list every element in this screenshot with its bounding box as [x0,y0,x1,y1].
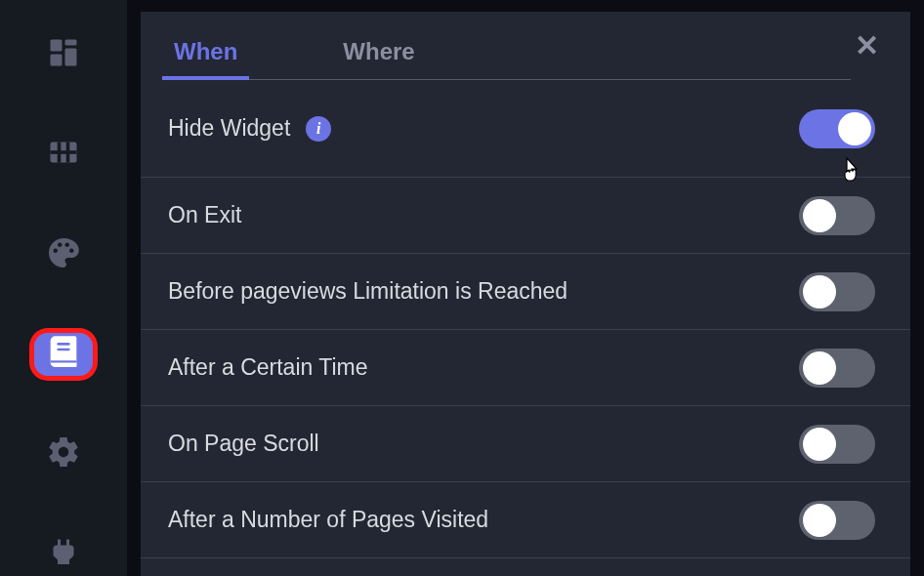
tab-where[interactable]: Where [337,38,420,79]
sidebar [0,0,127,576]
plug-icon [46,535,81,574]
row-label: On Page Scroll [168,431,319,457]
row-hide-widget: Hide Widget i [141,80,910,178]
row-label: Hide Widget [168,115,290,142]
row-label: Before pageviews Limitation is Reached [168,278,567,305]
sidebar-item-dashboard[interactable] [34,33,93,76]
toggle-after-pages[interactable] [799,501,875,540]
row-pageviews-limit: Before pageviews Limitation is Reached [141,254,910,330]
toggle-hide-widget[interactable] [799,109,875,148]
svg-rect-8 [57,343,69,346]
close-icon: ✕ [855,29,879,62]
svg-rect-1 [65,40,77,46]
info-icon[interactable]: i [306,116,331,142]
toggle-on-exit[interactable] [799,196,875,235]
row-after-pages: After a Number of Pages Visited [141,482,910,558]
settings-rows: Hide Widget i On Exit Before pageviews L… [141,80,910,558]
table-icon [46,135,81,174]
sidebar-item-palette[interactable] [34,233,93,276]
toggle-pageviews-limit[interactable] [799,272,875,311]
toggle-on-scroll[interactable] [799,425,875,464]
palette-icon [46,235,81,274]
row-label: On Exit [168,202,241,228]
close-button[interactable]: ✕ [851,28,883,80]
row-after-time: After a Certain Time [141,330,910,406]
toggle-after-time[interactable] [799,349,875,388]
book-icon [44,333,83,376]
tabs: When Where [168,12,851,80]
tabs-row: When Where ✕ [141,12,910,80]
sidebar-item-settings[interactable] [34,432,93,475]
tab-when[interactable]: When [168,38,243,79]
row-on-exit: On Exit [141,178,910,254]
sidebar-item-plugin[interactable] [34,533,93,576]
row-on-scroll: On Page Scroll [141,406,910,482]
sidebar-item-table[interactable] [34,133,93,176]
row-label: After a Number of Pages Visited [168,507,488,533]
dashboard-icon [46,35,81,74]
gear-icon [46,434,81,473]
sidebar-item-book[interactable] [34,333,93,376]
row-label: After a Certain Time [168,354,368,381]
svg-rect-2 [65,49,77,66]
svg-rect-10 [51,360,77,362]
svg-rect-3 [51,55,63,66]
svg-rect-9 [57,349,69,351]
settings-panel: When Where ✕ Hide Widget i On Exit Befor… [141,12,910,576]
svg-rect-0 [51,40,63,52]
